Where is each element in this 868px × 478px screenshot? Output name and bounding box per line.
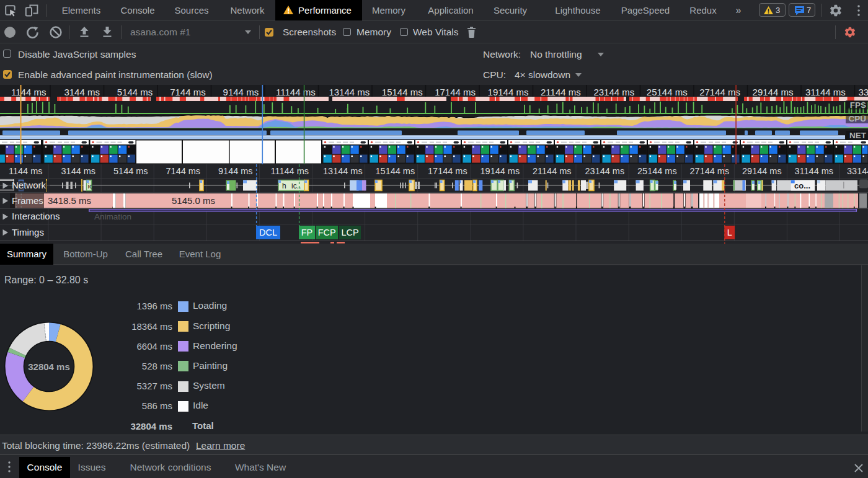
svg-text:5144 ms: 5144 ms [117,87,153,97]
svg-text:9144 ms: 9144 ms [223,87,259,97]
svg-text:Network: Network [12,180,46,190]
svg-text:NET: NET [849,131,867,140]
svg-text:27144 ms: 27144 ms [699,87,740,97]
svg-text:29144 ms: 29144 ms [742,166,782,176]
svg-text:27144 ms: 27144 ms [690,166,730,176]
svg-text:17144 ms: 17144 ms [428,166,467,176]
svg-text:15144 ms: 15144 ms [382,87,423,97]
svg-text:11144 ms: 11144 ms [276,87,316,97]
svg-text:25144 ms: 25144 ms [637,166,677,176]
svg-text:9144 ms: 9144 ms [218,166,253,176]
svg-text:LCP: LCP [341,228,358,237]
svg-text:FPS: FPS [850,100,866,110]
svg-text:co...: co... [794,181,810,190]
svg-text:3144 ms: 3144 ms [61,166,96,176]
svg-text:5144 ms: 5144 ms [113,166,148,176]
svg-text:11144 ms: 11144 ms [271,166,309,176]
svg-text:DCL: DCL [259,228,277,237]
svg-text:7144 ms: 7144 ms [170,87,206,97]
svg-text:CPU: CPU [848,114,866,123]
svg-text:21144 ms: 21144 ms [533,166,572,176]
svg-text:25144 ms: 25144 ms [647,87,688,97]
svg-text:3144 ms: 3144 ms [64,87,100,97]
svg-text:13144 ms: 13144 ms [329,87,370,97]
svg-text:7144 ms: 7144 ms [166,166,201,176]
svg-text:23144 ms: 23144 ms [593,87,634,97]
svg-text:L: L [727,228,732,237]
svg-text:ic: ic [88,182,94,190]
svg-text:33144 ms: 33144 ms [847,166,868,176]
svg-text:Animation: Animation [94,212,131,221]
svg-text:FCP: FCP [318,228,336,237]
svg-text:1144 ms: 1144 ms [11,87,46,97]
svg-text:13144 ms: 13144 ms [323,166,363,176]
svg-text:Timings: Timings [12,227,44,237]
svg-text:5145.0 ms: 5145.0 ms [172,195,215,206]
svg-text:1144 ms: 1144 ms [9,166,43,176]
svg-text:Interactions: Interactions [12,211,60,221]
svg-text:31144 ms: 31144 ms [805,87,846,97]
svg-text:19144 ms: 19144 ms [488,87,529,97]
svg-text:FP: FP [301,228,313,237]
svg-text:21144 ms: 21144 ms [541,87,581,97]
svg-text:19144 ms: 19144 ms [480,166,520,176]
svg-text:33144 ms: 33144 ms [858,87,868,97]
svg-text:32804 ms: 32804 ms [28,361,70,372]
svg-text:3418.5 ms: 3418.5 ms [48,195,91,206]
svg-text:15144 ms: 15144 ms [376,166,415,176]
svg-text:23144 ms: 23144 ms [585,166,625,176]
svg-text:h: h [282,182,286,190]
svg-text:29144 ms: 29144 ms [753,87,794,97]
svg-text:17144 ms: 17144 ms [435,87,476,97]
svg-text:Frames: Frames [12,195,43,206]
svg-text:31144 ms: 31144 ms [795,166,834,176]
